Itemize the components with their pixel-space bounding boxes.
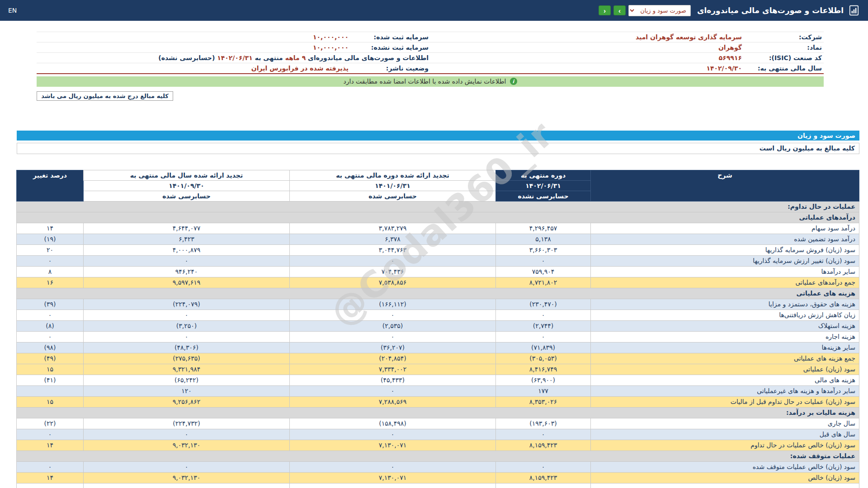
percent-change-cell: (۴۹) <box>17 353 84 364</box>
value-restated-year-cell: (۲۷۵,۶۳۵) <box>84 353 290 364</box>
row-label-cell: زیان کاهش ارزش دریافتنی‌ها <box>591 310 859 320</box>
registered-capital-value: ۱۰,۰۰۰,۰۰۰ <box>37 32 351 42</box>
amounts-unit-note: کلیه مبالغ درج شده به میلیون ریال می باش… <box>37 91 173 101</box>
table-row: سود (زیان) عملیات در حال تداوم قبل از ما… <box>17 396 859 407</box>
value-current-period-cell: ۵,۱۳۸ <box>496 234 591 244</box>
info-icon: i <box>510 78 517 85</box>
value-restated-year-cell: ۹,۲۵۶,۸۶۲ <box>84 396 290 407</box>
value-restated-year-cell: (۴۸,۳۰۶) <box>84 342 290 353</box>
value-restated-period-cell: (۲,۵۳۵) <box>290 320 496 331</box>
percent-change-cell: (۱۹) <box>17 234 84 244</box>
value-restated-period-cell: ۳,۷۸۳,۲۷۹ <box>290 223 496 234</box>
row-label-cell: سایر درآمدها و هزینه های غیرعملیاتی <box>591 385 859 396</box>
codal360-page: { "header": { "title": "اطلاعات و صورت‌ه… <box>0 0 868 488</box>
signed-data-notice-text: اطلاعات نمایش داده شده با اطلاعات امضا ش… <box>344 78 506 85</box>
publisher-status-value: پذیرفته شده در فرابورس ایران <box>37 63 351 74</box>
table-row: هزینه استهلاک(۲,۷۴۴)(۲,۵۳۵)(۳,۲۵۰)(۸) <box>17 320 859 331</box>
value-restated-period-cell: ۷,۱۳۰,۰۷۱ <box>290 440 496 450</box>
isic-value: ۵۶۹۹۱۶ <box>430 53 745 63</box>
statement-title-bar: صورت سود و زیان <box>17 131 859 141</box>
percent-change-cell: (۴۱) <box>17 375 84 385</box>
value-current-period-cell: ۳,۶۶۰,۳۰۳ <box>496 244 591 255</box>
value-restated-period-cell: (۱۶۶,۱۱۲) <box>290 299 496 310</box>
value-restated-year-cell: ۰ <box>84 429 290 440</box>
value-restated-period-cell: ۰ <box>290 385 496 396</box>
value-current-period-cell: ۸,۴۱۶,۷۴۹ <box>496 364 591 375</box>
percent-change-cell: (۲۲) <box>17 418 84 429</box>
value-current-period-cell: ۸,۳۵۳,۰۲۶ <box>496 396 591 407</box>
row-label-cell: سال جاری <box>591 418 859 429</box>
row-label-cell: سایر درآمدها <box>591 266 859 277</box>
symbol-value: گوهران <box>430 42 745 53</box>
statement-select[interactable]: صورت سود و زیان <box>628 5 691 16</box>
next-statement-button[interactable]: › <box>613 5 626 15</box>
value-restated-period-cell: ۷۰۴,۴۳۶ <box>290 266 496 277</box>
table-row: هزینه های حقوق، دستمزد و مزایا(۲۳۰,۴۷۰)(… <box>17 299 859 310</box>
value-restated-period-cell: ۰ <box>290 429 496 440</box>
percent-change-cell: (۳۹) <box>17 299 84 310</box>
statement-table-header: شرح دوره منتهی به تجدید ارائه شده دوره م… <box>17 170 859 201</box>
table-row: سود (زیان) فروش سرمایه گذاریها۳,۶۶۰,۳۰۳۳… <box>17 244 859 255</box>
row-label-cell: سود (زیان) فروش سرمایه گذاریها <box>591 244 859 255</box>
row-label-cell: سال های قبل <box>591 429 859 440</box>
row-label-cell: سود (زیان) عملیات در حال تداوم قبل از ما… <box>591 396 859 407</box>
amounts-note-wrap: کلیه مبالغ درج شده به میلیون ریال می باش… <box>37 91 824 101</box>
value-restated-year-cell: ۹,۰۳۲,۱۳۰ <box>84 440 290 450</box>
value-restated-period-cell: ۷,۱۳۰,۰۷۱ <box>290 472 496 483</box>
value-restated-period-cell <box>290 483 496 488</box>
row-label-cell: سود (زیان) خالص <box>591 472 859 483</box>
value-restated-year-cell <box>84 483 290 488</box>
percent-change-cell: ۸ <box>17 266 84 277</box>
section-row: هزینه های عملیاتی <box>17 288 859 299</box>
unregistered-capital-label: سرمایه ثبت نشده: <box>351 42 430 53</box>
fiscal-year-value: ۱۴۰۲/۰۹/۳۰ <box>430 63 745 74</box>
section-label: عملیات متوقف شده: <box>17 450 859 461</box>
language-toggle[interactable]: EN <box>8 7 17 14</box>
table-row: جمع درآمدهای عملیاتی۸,۷۲۱,۸۰۲۷,۵۳۸,۸۵۶۹,… <box>17 277 859 288</box>
top-navigation-bar: اطلاعات و صورت‌های مالی میاندوره‌ای صورت… <box>0 0 868 21</box>
registered-capital-label: سرمایه ثبت شده: <box>351 32 430 42</box>
value-restated-year-cell: (۲۲۴,۷۳۲) <box>84 418 290 429</box>
row-label-cell: سود (زیان) تغییر ارزش سرمایه گذاریها <box>591 255 859 266</box>
table-row: زیان کاهش ارزش دریافتنی‌ها۰۰۰۰ <box>17 310 859 320</box>
table-row: سال های قبل۰۰۰۰ <box>17 429 859 440</box>
info-row: شرکت: سرمایه گذاری توسعه گوهران امید سرم… <box>37 32 824 42</box>
interim-suffix: (حسابرسی نشده) <box>158 54 215 61</box>
value-current-period-cell: ۱۷۷ <box>496 385 591 396</box>
percent-change-cell: ۰ <box>17 461 84 472</box>
row-label-cell: درآمد سود تضمین شده <box>591 234 859 244</box>
publisher-status-label: وضعیت ناشر: <box>351 63 430 74</box>
section-row: هزینه مالیات بر درآمد: <box>17 407 859 418</box>
percent-change-cell: ۲۰ <box>17 244 84 255</box>
interim-prefix: اطلاعات و صورت‌های مالی میاندوره‌ای <box>308 54 429 61</box>
restated-period-date: ۱۴۰۱/۰۶/۳۱ <box>290 180 496 191</box>
value-current-period-cell: (۳۰۵,۰۵۳) <box>496 353 591 364</box>
value-current-period-cell <box>496 483 591 488</box>
value-restated-period-cell: ۰ <box>290 461 496 472</box>
value-current-period-cell: ۷۵۹,۹۰۴ <box>496 266 591 277</box>
table-row: سود (زیان) خالص عملیات متوقف شده۰۰۰۰ <box>17 461 859 472</box>
row-label-cell: جمع هزینه های عملیاتی <box>591 353 859 364</box>
interim-period-line: اطلاعات و صورت‌های مالی میاندوره‌ای ۹ ما… <box>37 53 430 63</box>
table-row: سال جاری(۱۹۳,۶۰۳)(۱۵۸,۴۹۸)(۲۲۴,۷۳۲)(۲۲) <box>17 418 859 429</box>
company-info-table: شرکت: سرمایه گذاری توسعه گوهران امید سرم… <box>37 32 824 74</box>
statement-unit-note: کلیه مبالغ به میلیون ریال است <box>17 143 859 154</box>
percent-change-cell <box>17 385 84 396</box>
value-restated-period-cell: (۳۶,۲۰۷) <box>290 342 496 353</box>
table-row: سود (زیان) عملیاتی۸,۴۱۶,۷۴۹۷,۳۳۴,۰۰۲۹,۳۲… <box>17 364 859 375</box>
value-current-period-cell: (۲۳۰,۴۷۰) <box>496 299 591 310</box>
interim-middle: منتهی به <box>255 54 283 61</box>
income-statement-section: صورت سود و زیان کلیه مبالغ به میلیون ریا… <box>17 131 859 488</box>
table-row: سود (زیان) خالص۸,۱۵۹,۴۲۳۷,۱۳۰,۰۷۱۹,۰۳۲,۱… <box>17 472 859 483</box>
value-restated-period-cell: ۰ <box>290 310 496 320</box>
table-row: سایر هزینه‌ها(۷۱,۸۳۹)(۳۶,۲۰۷)(۴۸,۳۰۶)(۹۸… <box>17 342 859 353</box>
previous-statement-button[interactable]: ‹ <box>599 5 611 15</box>
value-restated-year-cell: ۰ <box>84 331 290 342</box>
value-current-period-cell: ۸,۷۲۱,۸۰۲ <box>496 277 591 288</box>
percent-change-cell: ۰ <box>17 255 84 266</box>
value-restated-year-cell: ۱۲۰ <box>84 385 290 396</box>
value-restated-year-cell: ۴,۶۴۴,۰۷۷ <box>84 223 290 234</box>
info-row: نماد: گوهران سرمایه ثبت نشده: ۱۰,۰۰۰,۰۰۰ <box>37 42 824 53</box>
row-label-cell: سود (زیان) خالص عملیات متوقف شده <box>591 461 859 472</box>
interim-date: ۱۴۰۲/۰۶/۳۱ <box>217 54 253 61</box>
